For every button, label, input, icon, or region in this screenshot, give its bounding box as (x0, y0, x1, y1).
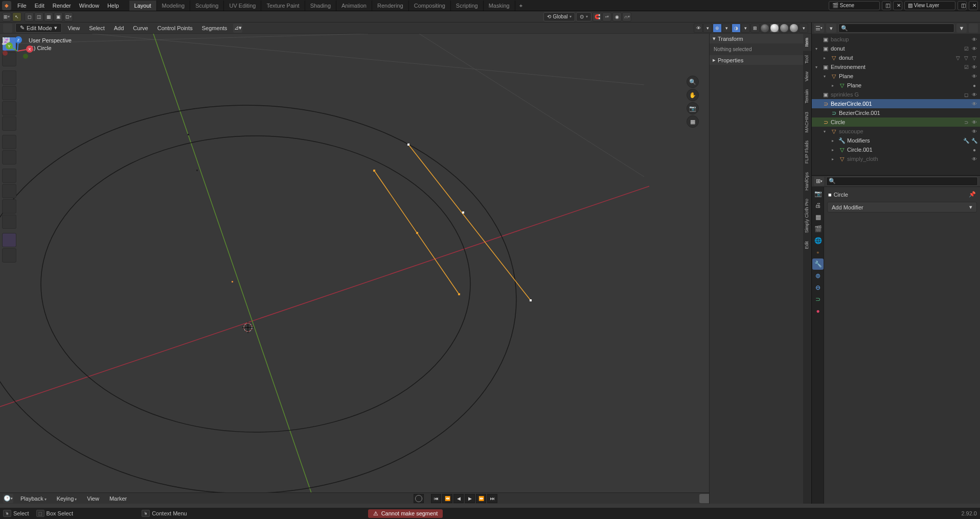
transform-orientation[interactable]: ⟲Global▾ (543, 12, 576, 21)
disclosure-triangle[interactable]: ▾ (815, 65, 821, 69)
tool-move[interactable] (2, 70, 16, 85)
outliner-row[interactable]: ▾▽Plane👁 (812, 72, 980, 81)
menu-window[interactable]: Window (75, 1, 103, 10)
timeline-menu-view[interactable]: View (84, 494, 102, 503)
npanel-tab-flipfluids[interactable]: FLIP Fluids (803, 136, 811, 168)
tool-tilt[interactable] (2, 199, 16, 214)
editor-type-icon[interactable] (3, 23, 12, 33)
properties-section-header[interactable]: ▸Properties (710, 55, 803, 65)
overlays-options[interactable]: ▾ (741, 23, 750, 33)
disclosure-triangle[interactable]: ▾ (815, 46, 821, 51)
select-mode-1[interactable]: ◻ (25, 12, 34, 21)
outliner-tree[interactable]: ▣backup👁▾▣donut☑👁▸▽donut▽▽▽▾▣Environemen… (812, 34, 980, 175)
outliner-row[interactable]: ⊃BezierCircle.001👁 (812, 99, 980, 108)
tool-draw[interactable] (2, 169, 16, 183)
vp-menu-select[interactable]: Select (86, 24, 108, 32)
jump-end-button[interactable]: ⏭ (487, 494, 497, 503)
npanel-tab-terrain[interactable]: Terrain (803, 85, 811, 108)
disclosure-triangle[interactable]: ▸ (824, 56, 829, 60)
play-button[interactable]: ▶ (465, 494, 475, 503)
toggle-m2[interactable]: ▽ (963, 55, 970, 61)
tool-curve-pen[interactable] (2, 184, 16, 198)
auto-keying-toggle[interactable] (414, 494, 424, 503)
workspace-tab-rendering[interactable]: Rendering (372, 1, 409, 11)
vp-menu-add[interactable]: Add (111, 24, 127, 32)
outliner-row[interactable]: ▸▽donut▽▽▽ (812, 53, 980, 62)
menu-render[interactable]: Render (49, 1, 75, 10)
viewport-canvas[interactable]: User Perspective (1) Circle (0, 34, 811, 504)
outliner-new-collection[interactable] (969, 23, 978, 33)
navigation-gizmo[interactable]: X Y Z (0, 34, 35, 68)
ptab-physics[interactable]: ⊚ (812, 270, 824, 281)
tool-rotate[interactable] (2, 86, 16, 100)
toggle-m3[interactable]: ▽ (971, 55, 978, 61)
pan-button[interactable]: ✋ (687, 89, 699, 101)
outliner-search[interactable]: 🔍 (838, 23, 954, 33)
disclosure-triangle[interactable]: ▸ (832, 148, 837, 152)
transform-section-header[interactable]: ▾Transform (710, 34, 803, 43)
ptab-viewlayer[interactable]: ▦ (812, 211, 824, 223)
pin-icon[interactable]: 📌 (969, 191, 976, 198)
timeline-type-button[interactable]: 🕑▾ (3, 494, 13, 503)
toggle-sq[interactable]: ◻ (963, 92, 970, 98)
npanel-tab-simplycloth[interactable]: Simply Cloth Pro (803, 195, 811, 237)
select-mode-4[interactable]: ▣ (54, 12, 63, 21)
timeline-menu-marker[interactable]: Marker (106, 494, 130, 503)
shading-wireframe[interactable] (760, 23, 769, 33)
vp-menu-view[interactable]: View (65, 24, 83, 32)
outliner-row[interactable]: ▸🔧Modifiers🔧🔧 (812, 136, 980, 145)
toggle-mat[interactable]: ● (971, 83, 978, 88)
gizmo-options[interactable]: ▾ (722, 23, 731, 33)
add-modifier-button[interactable]: Add Modifier ▾ (827, 202, 977, 213)
zoom-button[interactable]: 🔍 (687, 76, 699, 88)
ptab-object[interactable]: ▫ (812, 247, 824, 258)
outliner-row[interactable]: ⊃Circle⊃👁 (812, 117, 980, 127)
drag-select-button[interactable]: ⊡▾ (64, 12, 73, 21)
npanel-tab-edit[interactable]: Edit (803, 237, 811, 253)
gizmo-toggle[interactable]: ⊕ (713, 23, 722, 33)
overlays-toggle[interactable]: ◑ (732, 23, 741, 33)
ptab-data[interactable]: ⊃ (812, 294, 824, 305)
toggle-vis[interactable]: 👁 (971, 101, 978, 107)
select-mode-2[interactable]: ◫ (34, 12, 43, 21)
outliner-row[interactable]: ▾▣donut☑👁 (812, 44, 980, 53)
toggle-w1[interactable]: 🔧 (963, 138, 970, 144)
toggle-vis[interactable]: 👁 (971, 92, 978, 98)
npanel-tab-tool[interactable]: Tool (803, 51, 811, 68)
outliner-display-mode[interactable]: ▾ (826, 23, 836, 33)
scene-new-button[interactable]: ◫ (882, 1, 891, 10)
menu-edit[interactable]: Edit (31, 1, 49, 10)
viewlayer-selector[interactable]: ▧ View Layer (904, 1, 955, 10)
npanel-tab-view[interactable]: View (803, 67, 811, 85)
workspace-tab-sculpting[interactable]: Sculpting (190, 1, 224, 11)
workspace-tab-layout[interactable]: Layout (129, 1, 157, 11)
disclosure-triangle[interactable]: ▸ (832, 138, 837, 143)
npanel-tab-item[interactable]: Item (803, 34, 811, 51)
outliner-type-button[interactable]: ☰▾ (814, 23, 824, 33)
keyframe-next-button[interactable]: ⏩ (476, 494, 486, 503)
npanel-tab-machin3[interactable]: MACHIN3 (803, 108, 811, 137)
toggle-mat[interactable]: ● (971, 147, 978, 153)
toggle-chk[interactable]: ☑ (963, 64, 970, 70)
viewlayer-new-button[interactable]: ◫ (958, 1, 967, 10)
disclosure-triangle[interactable]: ▾ (824, 74, 829, 79)
toggle-vis[interactable]: 👁 (971, 129, 978, 134)
snap-options[interactable]: ▫▾ (602, 12, 611, 21)
editor-type-button[interactable]: ⊞▾ (2, 12, 11, 21)
scene-delete-button[interactable]: ✕ (893, 1, 902, 10)
workspace-add-button[interactable]: + (515, 1, 527, 11)
ptab-material[interactable]: ● (812, 305, 824, 317)
play-reverse-button[interactable]: ◀ (453, 494, 464, 503)
toggle-m1[interactable]: ▽ (954, 55, 962, 61)
toggle-w2[interactable]: 🔧 (971, 138, 978, 144)
timeline-menu-keying[interactable]: Keying (54, 494, 80, 503)
workspace-tab-scripting[interactable]: Scripting (451, 1, 484, 11)
ptab-scene[interactable]: 🎬 (812, 223, 824, 234)
workspace-tab-animation[interactable]: Animation (336, 1, 372, 11)
proportional-edit-toggle[interactable]: ◉ (612, 12, 622, 21)
ptab-render[interactable]: 📷 (812, 188, 824, 199)
workspace-tab-shading[interactable]: Shading (305, 1, 336, 11)
curve-handle-type[interactable]: ⊿▾ (233, 23, 242, 33)
props-type-button[interactable]: ⊞▾ (814, 177, 824, 186)
outliner-row[interactable]: ▾▣Environement☑👁 (812, 62, 980, 72)
